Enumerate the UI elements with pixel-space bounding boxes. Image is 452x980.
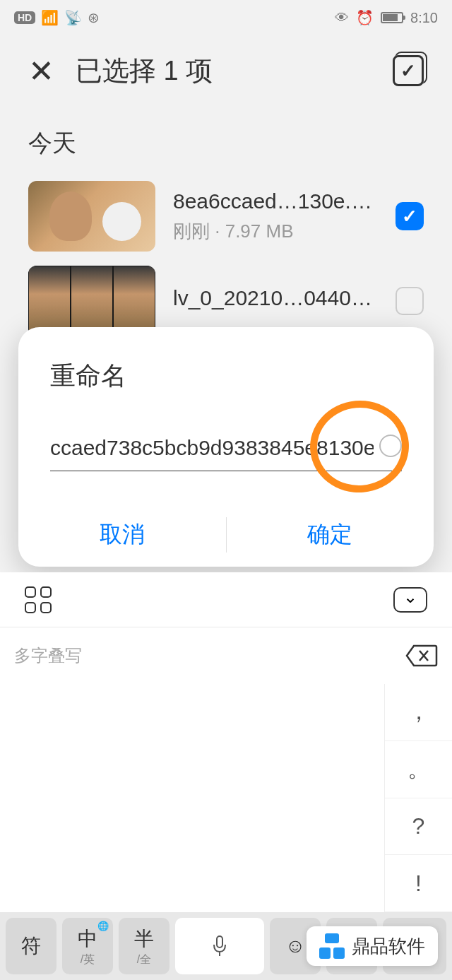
video-thumbnail xyxy=(28,181,155,252)
punct-key-period[interactable]: 。 xyxy=(385,741,452,798)
signal-icon: 📶 xyxy=(41,9,59,26)
status-right: 👁 ⏰ 8:10 xyxy=(335,9,438,26)
clock-time: 8:10 xyxy=(410,10,438,26)
file-row[interactable]: 8ea6ccaed…130e.mp4 刚刚 · 7.97 MB xyxy=(0,174,452,259)
nfc-icon: ⊛ xyxy=(88,9,100,26)
alarm-icon: ⏰ xyxy=(356,9,374,26)
svg-rect-0 xyxy=(217,936,222,947)
mic-icon xyxy=(211,935,228,957)
punct-key-comma[interactable]: ， xyxy=(385,684,452,741)
cancel-button[interactable]: 取消 xyxy=(18,503,226,567)
punctuation-column: ， 。 ? ! xyxy=(384,684,452,912)
punct-key-question[interactable]: ? xyxy=(385,798,452,856)
eye-icon: 👁 xyxy=(335,10,349,26)
close-icon[interactable]: ✕ xyxy=(28,53,54,89)
selection-header: ✕ 已选择 1 项 xyxy=(0,35,452,106)
language-key[interactable]: 🌐中/英 xyxy=(62,918,113,974)
file-meta: 刚刚 · 7.97 MB xyxy=(173,219,378,244)
rename-dialog: 重命名 取消 确定 xyxy=(18,327,434,567)
backspace-icon[interactable] xyxy=(404,643,438,668)
file-checkbox[interactable] xyxy=(396,287,424,315)
file-info: lv_0_20210…0440.mp4 xyxy=(173,286,378,316)
globe-icon: 🌐 xyxy=(97,921,109,931)
confirm-button[interactable]: 确定 xyxy=(227,503,434,567)
watermark-logo-icon xyxy=(319,933,345,959)
dialog-actions: 取消 确定 xyxy=(18,503,434,567)
keyboard-writing-area[interactable]: ， 。 ? ! xyxy=(0,684,452,912)
keyboard-suggestion-bar: 多字叠写 xyxy=(0,627,452,684)
symbol-key[interactable]: 符 xyxy=(6,918,56,974)
battery-icon xyxy=(381,12,403,23)
header-title: 已选择 1 项 xyxy=(76,53,371,89)
keyboard-toolbar xyxy=(0,572,452,627)
space-key[interactable] xyxy=(175,918,264,974)
section-today: 今天 xyxy=(0,106,452,174)
file-name: lv_0_20210…0440.mp4 xyxy=(173,286,378,310)
hd-badge: HD xyxy=(14,11,35,24)
status-left: HD 📶 📡 ⊛ xyxy=(14,9,100,26)
file-checkbox[interactable] xyxy=(396,202,424,230)
video-thumbnail xyxy=(28,266,155,336)
watermark: 鼎品软件 xyxy=(307,926,438,966)
suggestion-text: 多字叠写 xyxy=(14,644,404,667)
watermark-text: 鼎品软件 xyxy=(352,934,425,959)
keyboard-grid-icon[interactable] xyxy=(25,586,52,613)
status-bar: HD 📶 📡 ⊛ 👁 ⏰ 8:10 xyxy=(0,0,452,35)
dialog-title: 重命名 xyxy=(18,359,434,394)
punct-key-exclaim[interactable]: ! xyxy=(385,855,452,912)
width-key[interactable]: 半/全 xyxy=(119,918,170,974)
collapse-keyboard-icon[interactable] xyxy=(393,587,427,613)
file-name: 8ea6ccaed…130e.mp4 xyxy=(173,189,378,213)
select-all-button[interactable] xyxy=(393,55,424,86)
file-info: 8ea6ccaed…130e.mp4 刚刚 · 7.97 MB xyxy=(173,189,378,244)
input-wrapper xyxy=(50,429,402,471)
clear-input-icon[interactable] xyxy=(379,435,402,457)
rename-input[interactable] xyxy=(50,429,402,471)
wifi-icon: 📡 xyxy=(64,9,82,26)
